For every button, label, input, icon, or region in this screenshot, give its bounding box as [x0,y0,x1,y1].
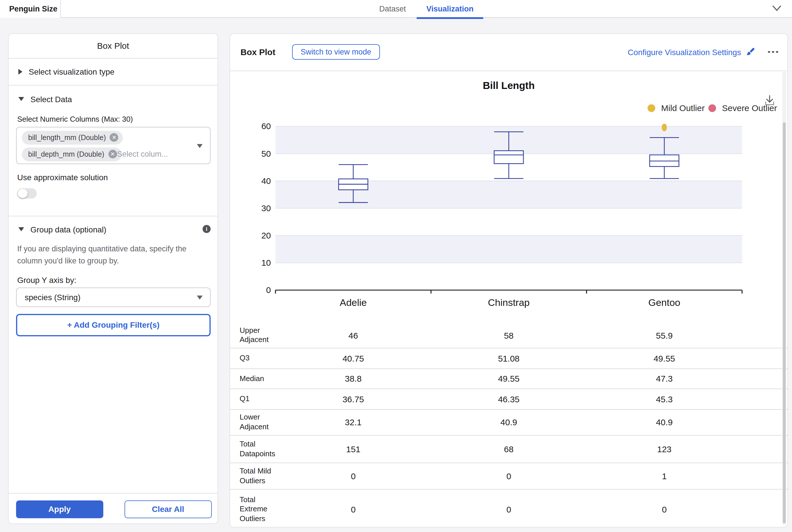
stats-cell: 47.3 [587,374,742,384]
section-label: Select visualization type [29,67,114,76]
y-axis-tick-label: 40 [261,176,271,185]
selected-column-chip[interactable]: bill_depth_mm (Double) ✕ [22,147,121,161]
outlier-point[interactable] [662,124,667,131]
group-by-value: species (String) [25,293,81,302]
stats-row-label: Total Mild Outliers [240,467,279,486]
chip-label: bill_length_mm (Double) [28,133,106,141]
app-root: Penguin Size Dataset Visualization Box P… [0,0,792,532]
numeric-columns-multiselect[interactable]: bill_length_mm (Double) ✕ bill_depth_mm … [16,127,211,164]
x-axis-category-label: Gentoo [648,297,680,308]
section-group-data[interactable]: Group data (optional) [18,225,107,234]
stats-cell: 0 [276,471,431,481]
configure-settings-link[interactable]: Configure Visualization Settings [628,48,741,57]
stats-row-label: Lower Adjacent [240,413,279,432]
clear-all-button[interactable]: Clear All [125,500,211,518]
top-bar: Penguin Size Dataset Visualization [0,0,792,18]
stats-cell: 40.9 [431,418,587,427]
stats-row-label: Total Datapoints [240,440,279,458]
remove-chip-icon[interactable]: ✕ [110,133,118,142]
stats-cell: 46.35 [431,394,587,404]
x-axis-category-label: Adelie [340,297,367,308]
panel-title: Box Plot [8,34,218,58]
y-axis-tick-label: 0 [266,285,271,294]
workbook-tab-label: Penguin Size [9,5,57,13]
stats-cell: 68 [431,444,587,454]
stats-row: Median38.849.5547.3 [230,368,789,388]
box[interactable] [494,150,523,163]
stats-cell: 58 [431,330,587,340]
dropdown-caret-icon [197,295,203,299]
divider [8,493,218,493]
y-axis-tick-label: 10 [261,258,271,267]
expanded-triangle-icon [18,227,24,231]
dropdown-caret-icon[interactable] [197,144,203,148]
expanded-triangle-icon [18,97,24,101]
switch-view-mode-button[interactable]: Switch to view mode [292,44,380,60]
scrollbar-thumb[interactable] [783,122,786,523]
section-select-visualization-type[interactable]: Select visualization type [8,58,218,85]
stats-cell: 36.75 [276,394,431,404]
add-grouping-filter-button[interactable]: + Add Grouping Filter(s) [16,314,211,336]
active-tab-underline [417,17,483,19]
visualization-title: Box Plot [241,47,276,57]
more-options-icon[interactable] [768,51,778,53]
legend-swatch [709,104,716,112]
stats-cell: 0 [587,505,742,514]
stats-cell: 49.55 [587,354,742,363]
stats-row: Q136.7546.3545.3 [230,388,789,409]
stats-cell: 151 [276,444,431,454]
stats-row: Lower Adjacent32.140.940.9 [230,409,789,435]
group-data-description: If you are displaying quantitative data,… [17,243,210,267]
x-axis-category-label: Chinstrap [488,297,530,308]
add-grouping-filter-label: + Add Grouping Filter(s) [67,321,159,330]
stats-cell: 0 [431,471,587,481]
numeric-columns-label: Select Numeric Columns (Max: 30) [17,114,133,123]
stats-cell: 40.9 [587,418,742,427]
group-y-axis-label: Group Y axis by: [17,276,76,285]
stats-row-label: Median [240,374,279,383]
selected-column-chip[interactable]: bill_length_mm (Double) ✕ [22,131,123,144]
stats-row: Q340.7551.0849.55 [230,348,789,368]
apply-button[interactable]: Apply [16,500,103,518]
chart-title: Bill Length [483,79,535,91]
y-axis-tick-label: 30 [261,203,271,213]
box-plot-chart: 0102030405060AdelieChinstrapGentooBill L… [230,71,789,322]
scrollbar[interactable] [782,72,786,526]
box-plot-stats-table: Upper Adjacent465855.9Q340.7551.0849.55M… [230,323,789,529]
chevron-down-icon[interactable] [772,5,782,12]
stats-row-label: Total Extreme Outliers [240,495,279,524]
chip-label: bill_depth_mm (Double) [28,150,104,158]
group-by-select[interactable]: species (String) [16,287,211,307]
stats-cell: 40.75 [276,354,431,363]
stats-cell: 49.55 [431,374,587,384]
visualization-header: Box Plot Switch to view mode Configure V… [230,34,787,71]
info-icon[interactable]: i [203,225,211,233]
stats-row-label: Upper Adjacent [240,326,279,345]
legend-swatch [648,104,655,112]
stats-cell: 45.3 [587,394,742,404]
y-axis-tick-label: 60 [261,121,271,131]
workbook-tab[interactable]: Penguin Size [0,0,60,18]
stats-cell: 1 [587,471,742,481]
chart-band [276,235,742,263]
stats-row-label: Q3 [240,354,279,363]
stats-cell: 123 [587,444,742,454]
stats-cell: 32.1 [276,418,431,427]
tab-dataset[interactable]: Dataset [371,0,414,18]
stats-row: Total Extreme Outliers000 [230,489,789,529]
stats-cell: 51.08 [431,354,587,363]
y-axis-tick-label: 20 [261,230,271,240]
column-select-placeholder: Select colum... [117,150,168,158]
tab-visualization[interactable]: Visualization [417,0,483,18]
remove-chip-icon[interactable]: ✕ [108,150,117,158]
toggle-knob [18,189,27,198]
stats-row: Total Datapoints15168123 [230,435,789,462]
approx-solution-toggle[interactable] [17,188,37,198]
section-select-data[interactable]: Select Data [18,94,72,103]
stats-cell: 38.8 [276,374,431,384]
approx-solution-label: Use approximate solution [17,172,108,182]
paintbrush-icon[interactable] [746,48,755,56]
y-axis-tick-label: 50 [261,149,271,158]
stats-cell: 46 [276,330,431,340]
legend-label: Mild Outlier [661,103,705,113]
